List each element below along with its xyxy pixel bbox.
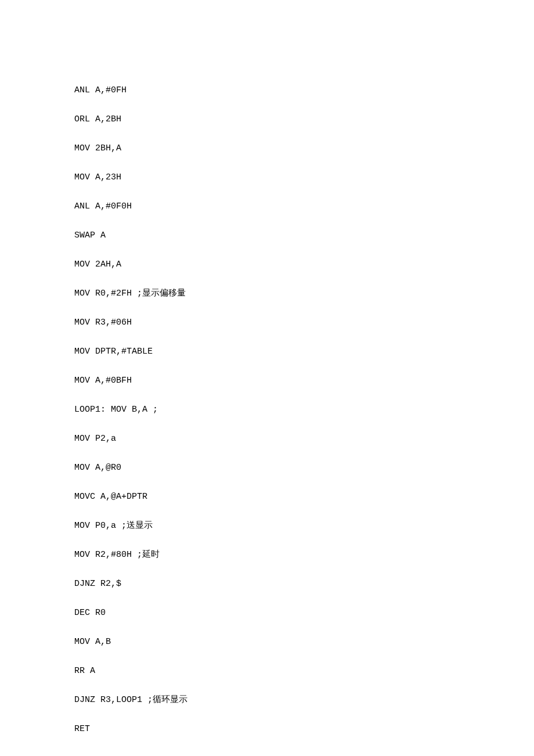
code-line: ANL A,#0F0H (74, 199, 534, 214)
code-line: DJNZ R3,LOOP1 ;循环显示 (74, 693, 534, 707)
code-line: MOV P0,a ;送显示 (74, 519, 534, 533)
code-line: RET (74, 722, 534, 736)
code-line: DEC R0 (74, 606, 534, 620)
code-line: MOV R2,#80H ;延时 (74, 548, 534, 562)
code-line: MOV P2,a (74, 431, 534, 446)
code-line: MOV DPTR,#TABLE (74, 344, 534, 359)
code-line: ORL A,2BH (74, 112, 534, 127)
document-page: ANL A,#0FH ORL A,2BH MOV 2BH,A MOV A,23H… (0, 0, 534, 756)
code-line: RR A (74, 664, 534, 678)
code-line: ANL A,#0FH (74, 83, 534, 98)
code-line: MOV A,B (74, 635, 534, 649)
code-line: MOV 2AH,A (74, 257, 534, 272)
code-line: MOVC A,@A+DPTR (74, 489, 534, 504)
code-line: MOV A,#0BFH (74, 373, 534, 388)
code-line: SWAP A (74, 228, 534, 243)
code-line: MOV R0,#2FH ;显示偏移量 (74, 286, 534, 301)
code-line: DJNZ R2,$ (74, 577, 534, 591)
code-line: MOV R3,#06H (74, 315, 534, 330)
code-line: MOV A,@R0 (74, 460, 534, 475)
code-line: LOOP1: MOV B,A ; (74, 402, 534, 417)
code-line: MOV A,23H (74, 170, 534, 185)
code-line: MOV 2BH,A (74, 141, 534, 156)
